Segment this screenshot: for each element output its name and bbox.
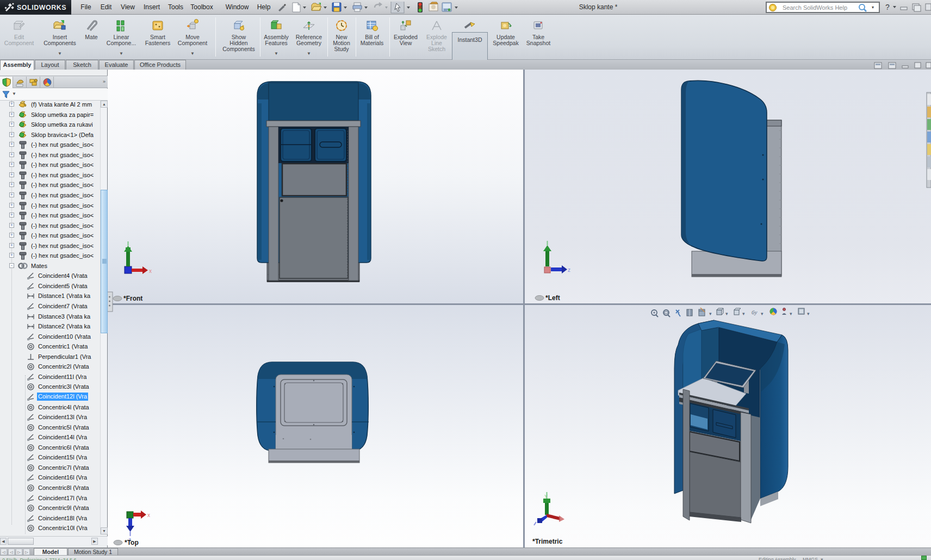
svg-text:6y: 6y xyxy=(752,309,758,315)
svg-text:*Trimetric: *Trimetric xyxy=(532,538,563,545)
svg-text:*Top: *Top xyxy=(125,539,139,546)
svg-text:Y: Y xyxy=(544,494,548,499)
svg-text:▾: ▾ xyxy=(807,311,810,316)
svg-text:▾: ▾ xyxy=(725,311,728,316)
svg-text:z: z xyxy=(568,267,570,273)
svg-text:▾: ▾ xyxy=(709,311,712,316)
svg-text:▾: ▾ xyxy=(742,311,745,316)
svg-text:*Front: *Front xyxy=(123,295,142,302)
svg-text:▾: ▾ xyxy=(790,311,792,316)
svg-text:*Left: *Left xyxy=(545,294,560,302)
svg-text:x: x xyxy=(149,268,152,274)
svg-text:▾: ▾ xyxy=(761,311,764,316)
svg-text:?: ? xyxy=(885,3,890,11)
svg-text:x: x xyxy=(147,512,150,518)
